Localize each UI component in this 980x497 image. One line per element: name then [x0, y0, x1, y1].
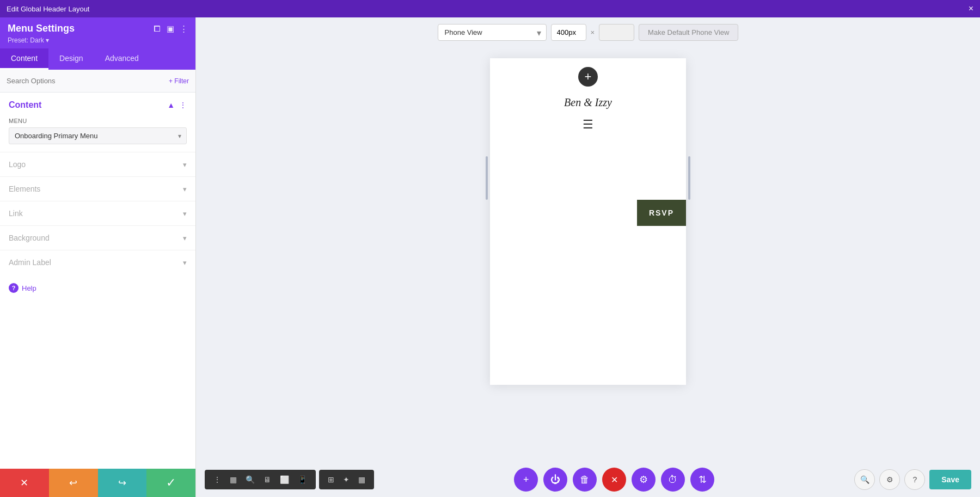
- layout-icon[interactable]: ▣: [167, 24, 174, 34]
- title-bar: Edit Global Header Layout ×: [0, 0, 980, 17]
- cancel-button[interactable]: ✕: [0, 469, 49, 497]
- bottom-center-tools: + ⏻ 🗑 ✕ ⚙ ⏱ ⇅: [514, 468, 714, 492]
- add-button[interactable]: +: [514, 468, 538, 492]
- times-separator: ×: [591, 28, 595, 36]
- chevron-down-icon: ▾: [183, 234, 187, 242]
- panel-title: Menu Settings: [8, 23, 75, 34]
- section-more-icon[interactable]: ⋮: [179, 101, 187, 109]
- menu-select[interactable]: Onboarding Primary Menu Main Menu Footer…: [9, 127, 187, 144]
- close-button-center[interactable]: ✕: [602, 468, 626, 492]
- phone-icon[interactable]: 📱: [295, 474, 310, 485]
- collapse-icon[interactable]: ▲: [167, 101, 175, 109]
- desktop-icon[interactable]: 🖥: [260, 474, 274, 485]
- confirm-button[interactable]: ✓: [146, 469, 195, 497]
- grid-icon[interactable]: ▦: [226, 474, 240, 485]
- collapsible-background[interactable]: Background ▾: [0, 225, 195, 250]
- power-button[interactable]: ⏻: [543, 468, 567, 492]
- menu-field-label: Menu: [9, 118, 187, 124]
- chevron-down-icon: ▾: [183, 259, 187, 267]
- panel-header-icons: ⧠ ▣ ⋮: [153, 24, 188, 34]
- height-input[interactable]: [599, 24, 634, 41]
- section-header-icons: ▲ ⋮: [167, 101, 187, 109]
- help-label: Help: [22, 284, 36, 292]
- chevron-down-icon: ▾: [183, 161, 187, 169]
- tool-group-2: ⊞ ✦ ▦: [319, 470, 374, 489]
- delete-button[interactable]: 🗑: [573, 468, 597, 492]
- save-button[interactable]: Save: [929, 470, 971, 489]
- collapsible-admin-label[interactable]: Admin Label ▾: [0, 250, 195, 274]
- collapsible-logo[interactable]: Logo ▾: [0, 152, 195, 176]
- resize-handle-left[interactable]: [486, 156, 488, 200]
- menu-select-wrapper: Onboarding Primary Menu Main Menu Footer…: [9, 127, 187, 144]
- left-panel: Menu Settings ⧠ ▣ ⋮ Preset: Dark ▾ Conte…: [0, 17, 196, 497]
- bottom-left-tools: ⋮ ▦ 🔍 🖥 ⬜ 📱 ⊞ ✦ ▦: [205, 470, 374, 489]
- bottom-toolbar: ⋮ ▦ 🔍 🖥 ⬜ 📱 ⊞ ✦ ▦ + ⏻ 🗑 ✕ ⚙: [196, 462, 980, 497]
- collapsible-link[interactable]: Link ▾: [0, 201, 195, 225]
- search-right-button[interactable]: 🔍: [854, 469, 875, 490]
- view-select[interactable]: Phone View Tablet View Desktop View: [438, 24, 547, 41]
- settings-right-button[interactable]: ⚙: [879, 469, 900, 490]
- more-icon[interactable]: ⋮: [180, 24, 188, 34]
- filter-button[interactable]: + Filter: [169, 77, 189, 85]
- preview-frame: + Ben & Izzy ☰ RSVP: [490, 58, 686, 385]
- help-right-button[interactable]: ?: [904, 469, 925, 490]
- title-bar-text: Edit Global Header Layout: [7, 5, 89, 13]
- chevron-down-icon: ▾: [183, 185, 187, 193]
- resize-handle-right[interactable]: [688, 156, 690, 200]
- settings-button[interactable]: ⚙: [632, 468, 656, 492]
- sparkle-icon[interactable]: ✦: [340, 474, 353, 485]
- search-input[interactable]: [7, 77, 169, 85]
- panel-tabs: Content Design Advanced: [0, 48, 195, 70]
- help-icon: ?: [9, 283, 19, 293]
- close-button[interactable]: ×: [969, 4, 973, 14]
- more-vert-icon[interactable]: ⋮: [210, 474, 224, 485]
- menu-field-group: Menu Onboarding Primary Menu Main Menu F…: [0, 114, 195, 152]
- hamburger-icon: ☰: [583, 118, 593, 132]
- sort-button[interactable]: ⇅: [690, 468, 714, 492]
- rsvp-button[interactable]: RSVP: [637, 200, 686, 226]
- redo-button[interactable]: ↪: [98, 469, 147, 497]
- help-section[interactable]: ? Help: [0, 274, 195, 302]
- table-icon[interactable]: ▦: [355, 474, 369, 485]
- bottom-right-tools: 🔍 ⚙ ? Save: [854, 469, 971, 490]
- tool-group-1: ⋮ ▦ 🔍 🖥 ⬜ 📱: [205, 470, 316, 489]
- canvas-toolbar: Phone View Tablet View Desktop View × Ma…: [196, 17, 980, 47]
- content-section-title: Content: [9, 100, 41, 110]
- timer-button[interactable]: ⏱: [661, 468, 685, 492]
- width-input[interactable]: [551, 24, 586, 41]
- undo-button[interactable]: ↩: [49, 469, 98, 497]
- search-icon[interactable]: 🔍: [242, 474, 258, 485]
- main-layout: Menu Settings ⧠ ▣ ⋮ Preset: Dark ▾ Conte…: [0, 17, 980, 497]
- panel-header: Menu Settings ⧠ ▣ ⋮ Preset: Dark ▾: [0, 17, 195, 48]
- collapsible-elements[interactable]: Elements ▾: [0, 176, 195, 201]
- canvas-preview: + Ben & Izzy ☰ RSVP: [196, 47, 980, 462]
- wireframe-icon[interactable]: ⊞: [324, 474, 338, 485]
- preview-icon[interactable]: ⧠: [153, 24, 161, 33]
- content-section-header: Content ▲ ⋮: [0, 93, 195, 114]
- panel-content: Content ▲ ⋮ Menu Onboarding Primary Menu…: [0, 93, 195, 469]
- brand-name: Ben & Izzy: [564, 96, 612, 109]
- search-bar: + Filter: [0, 70, 195, 93]
- canvas-area: Phone View Tablet View Desktop View × Ma…: [196, 17, 980, 497]
- chevron-down-icon: ▾: [183, 210, 187, 218]
- view-select-wrapper: Phone View Tablet View Desktop View: [438, 24, 547, 41]
- tab-advanced[interactable]: Advanced: [94, 48, 150, 70]
- preset-label[interactable]: Preset: Dark ▾: [8, 36, 188, 44]
- add-element-button[interactable]: +: [578, 67, 598, 87]
- panel-header-top: Menu Settings ⧠ ▣ ⋮: [8, 23, 188, 34]
- tab-content[interactable]: Content: [0, 48, 48, 70]
- panel-action-bar: ✕ ↩ ↪ ✓: [0, 469, 195, 497]
- tablet-icon[interactable]: ⬜: [277, 474, 292, 485]
- make-default-button[interactable]: Make Default Phone View: [639, 24, 738, 41]
- tab-design[interactable]: Design: [48, 48, 94, 70]
